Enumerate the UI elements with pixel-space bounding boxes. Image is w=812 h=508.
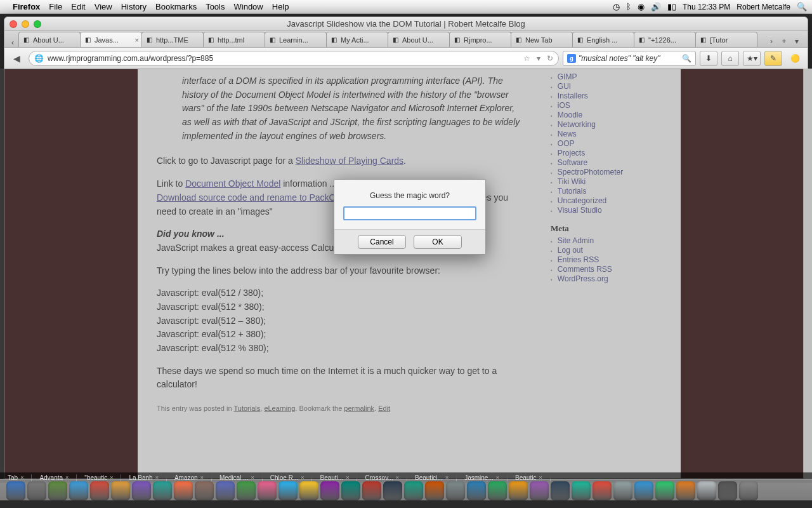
home-button[interactable]: ⌂ [721, 51, 739, 66]
browser-tab[interactable]: ◧Learnin... [265, 32, 327, 47]
dock-app-icon[interactable] [446, 481, 465, 500]
dock-app-icon[interactable] [48, 481, 67, 500]
menu-window[interactable]: Window [234, 2, 263, 11]
dock-app-icon[interactable] [69, 481, 88, 500]
tab-scroll-right[interactable]: › [766, 36, 777, 47]
bookmarks-button[interactable]: ★▾ [743, 51, 761, 66]
site-identity-icon[interactable]: 🌐 [34, 54, 44, 63]
dock-app-icon[interactable] [341, 481, 360, 500]
dock-app-icon[interactable] [320, 481, 339, 500]
menu-help[interactable]: Help [272, 2, 289, 11]
dock-app-icon[interactable] [739, 481, 758, 500]
menu-history[interactable]: History [121, 2, 147, 11]
dock-app-icon[interactable] [467, 481, 486, 500]
tab-scroll-left[interactable]: ‹ [7, 38, 18, 47]
dock-app-icon[interactable] [278, 481, 298, 500]
favicon-icon: ◧ [452, 36, 461, 44]
dock-app-icon[interactable] [383, 481, 402, 500]
dock-app-icon[interactable] [613, 481, 632, 500]
tab-list-button[interactable]: ▾ [791, 36, 802, 47]
tab-close-icon[interactable]: × [135, 36, 139, 44]
dock-app-icon[interactable] [111, 481, 130, 500]
tab-label: New Tab [525, 36, 570, 44]
browser-tab[interactable]: ◧New Tab [511, 32, 573, 47]
favicon-icon: ◧ [391, 36, 400, 44]
browser-tab[interactable]: ◧English ... [572, 32, 634, 47]
dock-app-icon[interactable] [174, 481, 193, 500]
dock-app-icon[interactable] [634, 481, 653, 500]
menu-edit[interactable]: Edit [71, 2, 85, 11]
browser-tab[interactable]: ◧My Acti... [326, 32, 388, 47]
menu-bookmarks[interactable]: Bookmarks [155, 2, 197, 11]
tab-label: About U... [402, 36, 447, 44]
dock-app-icon[interactable] [404, 481, 423, 500]
addon-button[interactable]: 🟡 [786, 51, 804, 66]
new-tab-button[interactable]: + [778, 36, 790, 47]
spotlight-icon[interactable]: 🔍 [797, 2, 807, 11]
bluetooth-icon[interactable]: ᛒ [626, 2, 631, 11]
menu-file[interactable]: File [49, 2, 62, 11]
volume-icon[interactable]: 🔊 [651, 2, 661, 11]
dock-app-icon[interactable] [27, 481, 46, 500]
dock-app-icon[interactable] [530, 481, 549, 500]
dock-app-icon[interactable] [425, 481, 444, 500]
dropdown-icon[interactable]: ▾ [537, 54, 540, 63]
browser-tab[interactable]: ◧About U... [388, 32, 450, 47]
tab-label: English ... [587, 36, 631, 44]
url-field[interactable]: 🌐 www.rjmprogramming.com.au/wordpress/?p… [29, 51, 559, 66]
user-name[interactable]: Robert Metcalfe [737, 3, 790, 11]
dock-app-icon[interactable] [362, 481, 381, 500]
tab-label: About U... [33, 36, 77, 44]
bookmark-star-icon[interactable]: ☆ [523, 54, 530, 63]
menu-tools[interactable]: Tools [206, 2, 225, 11]
dock-app-icon[interactable] [593, 481, 612, 500]
dock-app-icon[interactable] [216, 481, 235, 500]
search-field[interactable]: g "musical notes" "alt key" 🔍 [563, 51, 696, 66]
dock-app-icon[interactable] [195, 481, 214, 500]
browser-tab[interactable]: ◧Javas...× [80, 32, 142, 47]
browser-tab[interactable]: ◧"+1226... [634, 32, 696, 47]
window-title: Javascript Slideshow via the DOM Tutoria… [4, 19, 808, 29]
ok-button[interactable]: OK [414, 235, 462, 249]
search-text: "musical notes" "alt key" [579, 54, 679, 63]
dock-app-icon[interactable] [655, 481, 674, 500]
wifi-icon[interactable]: ◉ [638, 2, 645, 11]
favicon-icon: ◧ [206, 36, 215, 44]
clock[interactable]: Thu 12:33 PM [683, 3, 730, 11]
pocket-button[interactable]: ✎ [764, 51, 782, 66]
dock-app-icon[interactable] [676, 481, 695, 500]
dock-app-icon[interactable] [299, 481, 318, 500]
dock-app-icon[interactable] [551, 481, 570, 500]
battery-icon[interactable]: ▮▯ [667, 2, 676, 11]
tab-label: My Acti... [341, 36, 385, 44]
modal-overlay [0, 69, 812, 479]
back-button[interactable]: ◀ [8, 50, 25, 67]
search-go-icon[interactable]: 🔍 [682, 54, 691, 63]
dock-app-icon[interactable] [6, 481, 25, 500]
dock-app-icon[interactable] [488, 481, 507, 500]
browser-tab[interactable]: ◧About U... [18, 32, 81, 47]
browser-tab[interactable]: ◧Rjmpro... [449, 32, 511, 47]
dock-app-icon[interactable] [90, 481, 109, 500]
dock [0, 475, 812, 500]
dock-app-icon[interactable] [697, 481, 716, 500]
timemachine-icon[interactable]: ◷ [613, 2, 620, 11]
dock-app-icon[interactable] [132, 481, 151, 500]
dock-app-icon[interactable] [718, 481, 737, 500]
browser-tab[interactable]: ◧[Tutor [695, 32, 757, 47]
dock-app-icon[interactable] [572, 481, 591, 500]
dialog-input[interactable] [343, 206, 476, 220]
reload-icon[interactable]: ↻ [547, 54, 553, 63]
browser-tab[interactable]: ◧http...tml [203, 32, 265, 47]
app-name[interactable]: Firefox [13, 2, 40, 11]
dock-app-icon[interactable] [258, 481, 277, 500]
favicon-icon: ◧ [575, 36, 584, 44]
downloads-button[interactable]: ⬇ [700, 51, 717, 66]
cancel-button[interactable]: Cancel [358, 235, 406, 249]
js-prompt-dialog: Guess the magic word? Cancel OK [334, 179, 486, 255]
dock-app-icon[interactable] [237, 481, 256, 500]
dock-app-icon[interactable] [509, 481, 528, 500]
dock-app-icon[interactable] [153, 481, 172, 500]
menu-view[interactable]: View [95, 2, 112, 11]
browser-tab[interactable]: ◧http...TME [141, 32, 204, 47]
